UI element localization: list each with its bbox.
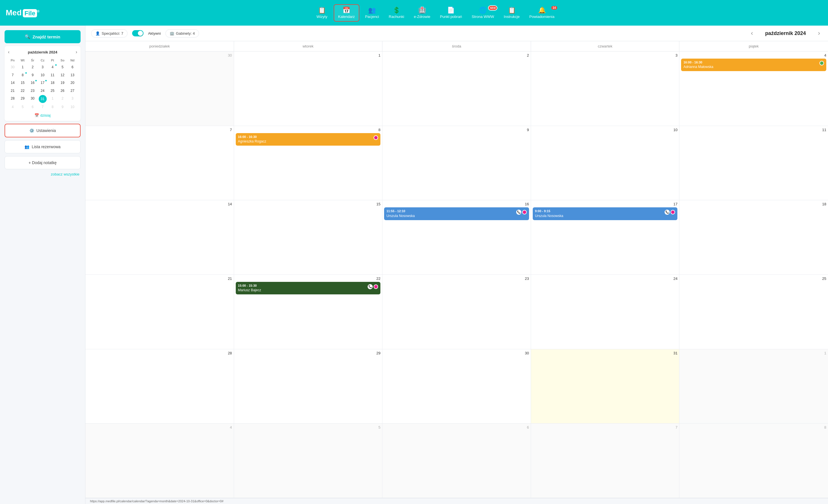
cal-cell[interactable]: 9 — [382, 126, 531, 200]
mini-cal-day[interactable]: 10 — [68, 103, 77, 111]
calendar-event[interactable]: 16:00 - 16:30Adrianna Małowska — [681, 58, 826, 71]
cal-cell[interactable]: 4 — [85, 423, 234, 498]
nav-item-punkt-pobran[interactable]: 📄 Punkt pobrań — [436, 5, 466, 21]
mini-cal-day[interactable]: 27 — [68, 87, 77, 95]
mini-cal-day[interactable]: 3 — [68, 95, 77, 103]
mini-cal-day[interactable]: 30 — [28, 95, 37, 103]
mini-cal-day[interactable]: 31 — [39, 95, 47, 103]
cal-cell[interactable]: 15 — [234, 200, 383, 275]
cal-cell[interactable]: 179:00 - 9:15Urszula Nosowska📞 — [531, 200, 680, 275]
mini-cal-day[interactable]: 11 — [48, 72, 57, 79]
cal-prev-button[interactable]: ‹ — [749, 29, 755, 38]
mini-cal-day[interactable]: 23 — [28, 87, 37, 95]
mini-cal-day[interactable]: 24 — [38, 87, 47, 95]
mini-cal-day[interactable]: 7 — [38, 103, 47, 111]
cal-cell[interactable]: 7 — [531, 423, 680, 498]
cal-cell[interactable]: 6 — [382, 423, 531, 498]
mini-cal-day[interactable]: 28 — [8, 95, 17, 103]
mini-cal-day[interactable]: 26 — [58, 87, 67, 95]
cal-cell[interactable]: 23 — [382, 275, 531, 349]
calendar-event[interactable]: 16:00 - 16:30Agnieszka Rogacz — [236, 133, 381, 146]
calendar-event[interactable]: 15:00 - 15:30Mariusz Bajecz📞 — [236, 282, 381, 294]
mini-cal-next-button[interactable]: › — [76, 49, 77, 55]
cal-cell[interactable]: 10 — [531, 126, 680, 200]
cal-cell[interactable]: 1 — [234, 51, 383, 126]
cal-cell[interactable]: 14 — [85, 200, 234, 275]
cal-cell[interactable]: 3 — [531, 51, 680, 126]
cal-cell[interactable]: 1 — [679, 349, 828, 424]
cal-cell[interactable]: 7 — [85, 126, 234, 200]
mini-cal-day[interactable]: 8 — [48, 103, 57, 111]
today-link[interactable]: 📅 dzisiaj — [8, 113, 77, 118]
lista-rezerwowa-button[interactable]: 👥 Lista rezerwowa — [5, 140, 81, 153]
nav-item-wizyty[interactable]: 📋 Wizyty — [312, 5, 332, 21]
mini-cal-day[interactable]: 15 — [18, 79, 27, 87]
mini-cal-day[interactable]: 5 — [18, 103, 27, 111]
mini-cal-day[interactable]: 8 — [18, 72, 27, 79]
mini-cal-day[interactable]: 12 — [58, 72, 67, 79]
mini-cal-day[interactable]: 1 — [18, 64, 27, 71]
cal-cell[interactable]: 8 — [679, 423, 828, 498]
nav-item-instrukcje[interactable]: 📋 Instrukcje — [500, 5, 524, 21]
mini-cal-day[interactable]: 2 — [58, 95, 67, 103]
mini-cal-day[interactable]: 3 — [38, 64, 47, 71]
cal-cell[interactable]: 11 — [679, 126, 828, 200]
cal-cell[interactable]: 29 — [234, 349, 383, 424]
aktywni-toggle[interactable] — [132, 30, 143, 36]
gabinety-filter[interactable]: 🏢 Gabinety: 4 — [165, 29, 199, 38]
nav-item-strona-www[interactable]: 🌐 Strona WWW NEW — [468, 5, 498, 21]
mini-cal-prev-button[interactable]: ‹ — [8, 49, 9, 55]
mini-cal-day[interactable]: 6 — [68, 64, 77, 71]
cal-cell[interactable]: 1611:55 - 12:10Urszula Nosowska📞 — [382, 200, 531, 275]
mini-cal-day[interactable]: 6 — [28, 103, 37, 111]
cal-cell[interactable]: 18 — [679, 200, 828, 275]
see-all-link[interactable]: zobacz wszystkie — [5, 172, 81, 176]
cal-next-button[interactable]: › — [816, 29, 822, 38]
mini-cal-day[interactable]: 18 — [48, 79, 57, 87]
mini-cal-day[interactable]: 9 — [58, 103, 67, 111]
nav-item-powiadomienia[interactable]: 🔔 Powiadomienia 14 — [525, 5, 558, 21]
logo[interactable]: MedFile® — [6, 8, 40, 17]
mini-cal-day[interactable]: 25 — [48, 87, 57, 95]
cal-cell[interactable]: 30 — [85, 51, 234, 126]
mini-cal-day[interactable]: 7 — [8, 72, 17, 79]
cal-cell[interactable]: 816:00 - 16:30Agnieszka Rogacz — [234, 126, 383, 200]
mini-cal-day[interactable]: 22 — [18, 87, 27, 95]
cal-cell[interactable]: 30 — [382, 349, 531, 424]
cal-cell[interactable]: 416:00 - 16:30Adrianna Małowska — [679, 51, 828, 126]
ustawienia-button[interactable]: ⚙️ Ustawienia — [5, 124, 81, 137]
cal-cell[interactable]: 21 — [85, 275, 234, 349]
mini-cal-day[interactable]: 13 — [68, 72, 77, 79]
mini-cal-day[interactable]: 17 — [38, 79, 47, 87]
calendar-event[interactable]: 9:00 - 9:15Urszula Nosowska📞 — [533, 208, 678, 220]
mini-cal-day[interactable]: 10 — [38, 72, 47, 79]
mini-cal-day[interactable]: 5 — [58, 64, 67, 71]
mini-cal-day[interactable]: 16 — [28, 79, 37, 87]
dodaj-notatke-button[interactable]: + Dodaj notatkę — [5, 156, 81, 169]
mini-cal-day[interactable]: 9 — [28, 72, 37, 79]
cal-cell[interactable]: 2215:00 - 15:30Mariusz Bajecz📞 — [234, 275, 383, 349]
find-term-button[interactable]: 🔍 Znajdź termin — [5, 30, 81, 43]
mini-cal-day[interactable]: 4 — [8, 103, 17, 111]
cal-cell[interactable]: 24 — [531, 275, 680, 349]
mini-cal-day[interactable]: 29 — [18, 95, 27, 103]
nav-item-rachunki[interactable]: 💲 Rachunki — [385, 5, 408, 21]
nav-item-e-zdrowie[interactable]: 🏥 e-Zdrowie — [410, 5, 434, 21]
cal-cell[interactable]: 25 — [679, 275, 828, 349]
cal-cell[interactable]: 2 — [382, 51, 531, 126]
mini-cal-day[interactable]: 20 — [68, 79, 77, 87]
calendar-event[interactable]: 11:55 - 12:10Urszula Nosowska📞 — [384, 208, 529, 220]
mini-cal-day[interactable]: 2 — [28, 64, 37, 71]
nav-item-pacjenci[interactable]: 👥 Pacjenci — [361, 5, 383, 21]
cal-cell[interactable]: 28 — [85, 349, 234, 424]
mini-cal-day[interactable]: 14 — [8, 79, 17, 87]
mini-cal-day[interactable]: 30 — [8, 64, 17, 71]
mini-cal-day[interactable]: 21 — [8, 87, 17, 95]
nav-item-kalendarz[interactable]: 📅 Kalendarz — [334, 4, 360, 21]
specjalisci-filter[interactable]: 👤 Specjaliści: 7 — [91, 29, 128, 38]
cal-cell[interactable]: 31 — [531, 349, 680, 424]
mini-cal-day[interactable]: 4 — [48, 64, 57, 71]
mini-cal-day[interactable]: 1 — [48, 95, 57, 103]
mini-cal-day[interactable]: 19 — [58, 79, 67, 87]
cal-cell[interactable]: 5 — [234, 423, 383, 498]
